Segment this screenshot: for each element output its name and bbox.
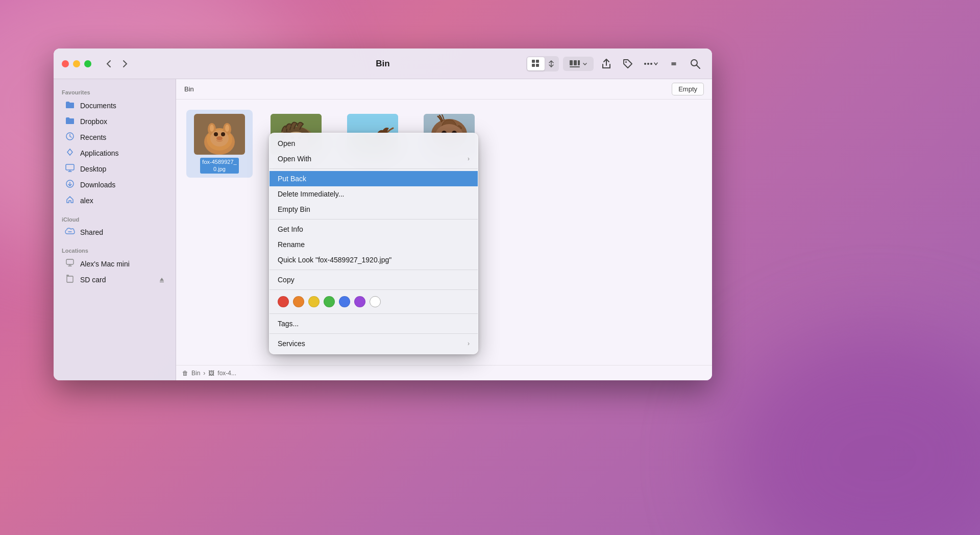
cm-put-back[interactable]: Put Back [270,171,478,186]
svg-rect-1 [536,60,539,63]
svg-rect-4 [570,60,573,65]
svg-point-10 [647,63,649,65]
sidebar-item-shared[interactable]: Shared [57,225,173,239]
forward-button[interactable] [118,57,132,71]
color-dot-none[interactable] [370,296,381,307]
file-name-fox: fox-4589927_0.jpg [200,158,238,174]
home-icon [65,196,75,206]
svg-rect-0 [532,60,535,63]
cm-quick-look[interactable]: Quick Look "fox-4589927_1920.jpg" [270,252,478,268]
sidebar-item-label: alex [80,197,93,205]
close-button[interactable] [62,60,69,67]
color-dot-blue[interactable] [339,296,350,307]
tag-button[interactable] [619,55,636,72]
cm-copy[interactable]: Copy [270,272,478,287]
back-button[interactable] [102,57,116,71]
svg-point-31 [216,136,223,140]
svg-point-29 [214,132,218,136]
icloud-label: iCloud [54,212,176,225]
status-bin-label: Bin [191,370,200,377]
icloud-icon [65,228,75,237]
cm-separator-1 [270,168,478,169]
sidebar-item-label: Recents [80,133,106,141]
sidebar-item-macmini[interactable]: Alex's Mac mini [57,256,173,272]
svg-point-11 [650,63,652,65]
traffic-lights [62,60,91,67]
cm-delete[interactable]: Delete Immediately... [270,186,478,202]
search-button[interactable] [687,55,704,72]
trash-icon-status: 🗑 [182,370,188,377]
empty-button[interactable]: Empty [672,83,704,95]
favourites-label: Favourites [54,85,176,98]
sidebar-item-label: Documents [80,102,116,110]
sidebar-item-applications[interactable]: Applications [57,145,173,161]
cm-separator-5 [270,313,478,314]
svg-rect-3 [536,64,539,67]
cm-open-with[interactable]: Open With › [270,151,478,166]
cm-separator-6 [270,333,478,334]
sidebar-item-documents[interactable]: Documents [57,98,173,113]
svg-rect-7 [570,66,580,67]
sidebar-item-downloads[interactable]: Downloads [57,177,173,192]
gallery-view-btn[interactable] [566,58,591,70]
cm-empty-bin[interactable]: Empty Bin [270,202,478,217]
more-button[interactable] [641,55,661,72]
chevron-right-services-icon: › [468,340,470,347]
sidebar-item-label: Desktop [80,165,106,173]
status-bar: 🗑 Bin › 🖼 fox-4... [176,365,712,380]
color-dot-purple[interactable] [354,296,365,307]
svg-point-9 [644,63,646,65]
view-sort-toggle[interactable] [545,58,558,69]
sidebar-item-label: Applications [80,149,119,157]
chevron-right-icon: › [468,155,470,162]
svg-rect-2 [532,64,535,67]
sort-button[interactable] [665,55,682,72]
sidebar-item-alex[interactable]: alex [57,193,173,208]
svg-point-27 [225,125,229,132]
sidebar-item-label: Alex's Mac mini [80,260,130,268]
sidebar-item-label: SD card [80,276,106,284]
cm-separator-2 [270,219,478,220]
svg-point-8 [625,61,627,63]
sidebar-item-dropbox[interactable]: Dropbox [57,114,173,129]
cm-open[interactable]: Open [270,136,478,151]
svg-rect-6 [578,60,580,65]
eject-icon [159,277,164,282]
sidebar-item-label: Shared [80,228,103,236]
file-icon-status: 🖼 [208,370,214,377]
sidebar-item-desktop[interactable]: Desktop [57,161,173,177]
cm-services[interactable]: Services › [270,336,478,351]
share-button[interactable] [598,55,615,72]
sidebar-item-label: Downloads [80,181,115,189]
cm-get-info[interactable]: Get Info [270,222,478,237]
maximize-button[interactable] [84,60,91,67]
download-icon [65,180,75,190]
view-toggle [526,56,559,71]
cm-colors-row [270,292,478,311]
color-dot-green[interactable] [324,296,335,307]
clock-icon [65,132,75,142]
color-dot-yellow[interactable] [308,296,320,307]
path-bar: Bin Empty [176,79,712,100]
file-thumb-fox [194,114,245,155]
minimize-button[interactable] [73,60,80,67]
svg-point-12 [691,60,697,66]
view-icon-grid[interactable] [527,57,545,70]
svg-rect-20 [160,282,164,283]
svg-rect-5 [574,60,577,65]
sidebar-item-label: Dropbox [80,117,107,126]
sidebar-item-recents[interactable]: Recents [57,130,173,145]
status-separator: › [203,370,205,377]
cm-tags[interactable]: Tags... [270,316,478,331]
color-dot-red[interactable] [278,296,289,307]
sidebar-item-sdcard[interactable]: SD card [57,272,173,287]
path-text: Bin [184,85,194,93]
svg-point-30 [221,132,225,136]
file-item-fox[interactable]: fox-4589927_0.jpg [186,110,253,178]
view-toggle-gallery [563,57,594,71]
nav-buttons [102,57,132,71]
computer-icon [65,259,75,269]
cm-rename[interactable]: Rename [270,237,478,252]
color-dot-orange[interactable] [293,296,304,307]
cm-separator-3 [270,270,478,270]
